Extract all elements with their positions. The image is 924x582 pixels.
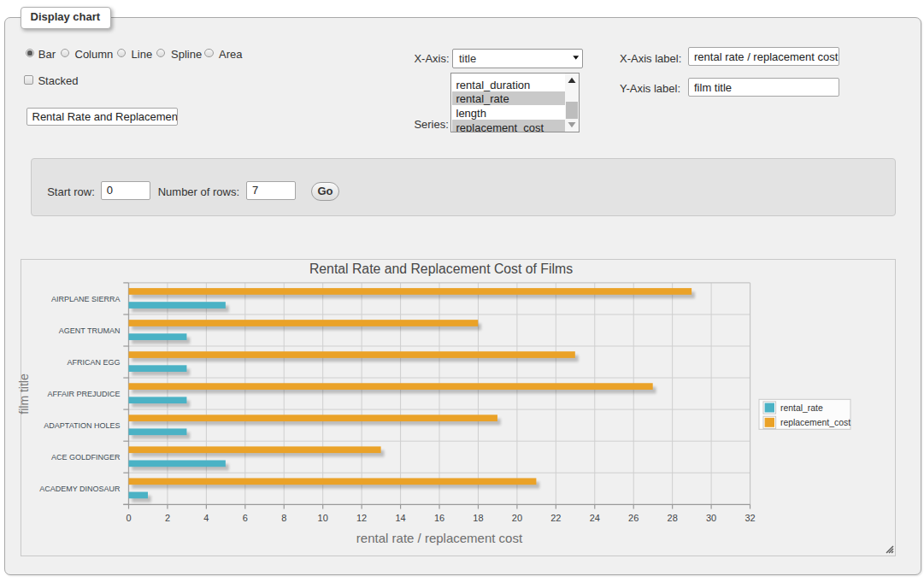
svg-text:0: 0 <box>126 513 131 523</box>
svg-text:rental rate / replacement cost: rental rate / replacement cost <box>356 531 523 545</box>
svg-text:18: 18 <box>473 513 483 523</box>
svg-text:4: 4 <box>203 513 209 523</box>
svg-text:film title: film title <box>17 373 31 414</box>
svg-text:2: 2 <box>165 513 170 523</box>
svg-text:20: 20 <box>512 513 522 523</box>
svg-text:rental_rate: rental_rate <box>780 403 823 413</box>
svg-text:26: 26 <box>628 513 639 523</box>
svg-text:12: 12 <box>356 513 367 523</box>
svg-text:16: 16 <box>434 513 444 523</box>
svg-text:10: 10 <box>318 513 328 523</box>
svg-text:Rental Rate and Replacement Co: Rental Rate and Replacement Cost of Film… <box>309 262 573 276</box>
svg-text:24: 24 <box>590 513 600 523</box>
svg-text:6: 6 <box>243 513 248 523</box>
svg-text:ACE GOLDFINGER: ACE GOLDFINGER <box>51 453 121 461</box>
svg-text:AFFAIR PREJUDICE: AFFAIR PREJUDICE <box>47 390 120 398</box>
svg-text:AFRICAN EGG: AFRICAN EGG <box>67 358 120 367</box>
svg-text:22: 22 <box>550 513 561 523</box>
svg-text:ACADEMY DINOSAUR: ACADEMY DINOSAUR <box>39 485 121 493</box>
svg-text:14: 14 <box>395 513 405 523</box>
svg-text:32: 32 <box>744 513 755 523</box>
svg-text:ADAPTATION HOLES: ADAPTATION HOLES <box>44 421 120 430</box>
svg-text:replacement_cost: replacement_cost <box>780 418 850 427</box>
svg-text:28: 28 <box>668 513 678 523</box>
svg-text:AIRPLANE SIERRA: AIRPLANE SIERRA <box>51 295 121 303</box>
svg-text:30: 30 <box>706 513 716 523</box>
svg-text:8: 8 <box>281 513 286 523</box>
svg-text:AGENT TRUMAN: AGENT TRUMAN <box>59 326 121 335</box>
